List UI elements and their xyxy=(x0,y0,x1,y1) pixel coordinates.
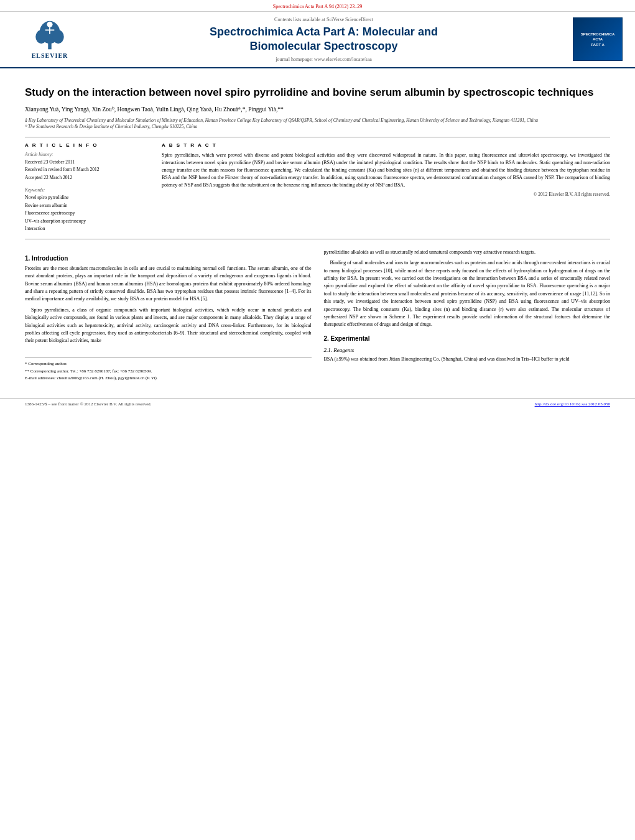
paper-content: Study on the interaction between novel s… xyxy=(0,68,635,392)
elsevier-tree-icon xyxy=(31,20,68,51)
divider-1 xyxy=(25,137,610,137)
accepted-date: Accepted 22 March 2012 xyxy=(25,175,149,182)
keyword-1: Novel spiro pyrrolidine xyxy=(25,195,149,201)
keyword-5: Interaction xyxy=(25,226,149,233)
article-info-abstract: A R T I C L E I N F O Article history: R… xyxy=(25,142,610,234)
body-col-left: 1. Introduction Proteins are the most ab… xyxy=(25,249,312,383)
page-wrapper: Spectrochimica Acta Part A 94 (2012) 23–… xyxy=(0,0,635,840)
paper-title: Study on the interaction between novel s… xyxy=(25,85,610,100)
bottom-bar: 1386-1425/$ – see front matter © 2012 El… xyxy=(0,399,635,409)
revised-date: Received in revised form 8 March 2012 xyxy=(25,167,149,173)
affiliation-a: à Key Laboratory of Theoretical Chemistr… xyxy=(25,118,610,124)
journal-title: Spectrochimica Acta Part A: Molecular an… xyxy=(87,25,560,54)
article-info-label: A R T I C L E I N F O xyxy=(25,142,149,148)
intro-right-p2: Binding of small molecules and ions to l… xyxy=(324,259,611,329)
reagents-p1: BSA (≥99%) was obtained from Jitian Bioe… xyxy=(324,356,611,363)
elsevier-logo-area: ELSEVIER xyxy=(12,20,87,59)
keywords-label: Keywords: xyxy=(25,187,149,193)
journal-citation: Spectrochimica Acta Part A 94 (2012) 23–… xyxy=(273,4,363,9)
sciverse-line: Contents lists available at SciVerse Sci… xyxy=(87,17,560,22)
intro-p1: Proteins are the most abundant macromole… xyxy=(25,265,312,303)
journal-logo-text: SPECTROCHIMICAACTAPART A xyxy=(581,32,615,47)
svg-point-2 xyxy=(35,30,47,44)
journal-logo-box: SPECTROCHIMICAACTAPART A xyxy=(573,17,623,61)
experimental-heading: 2. Experimental xyxy=(324,335,611,342)
keyword-4: UV–vis absorption spectroscopy xyxy=(25,218,149,225)
elsevier-logo: ELSEVIER xyxy=(12,20,87,59)
footnotes-area: * Corresponding author. ** Corresponding… xyxy=(25,358,312,382)
body-col-right: pyrrolizidine alkaloids as well as struc… xyxy=(324,249,611,383)
doi-link[interactable]: http://dx.doi.org/10.1016/j.saa.2012.03.… xyxy=(535,402,610,407)
reagents-text: BSA (≥99%) was obtained from Jitian Bioe… xyxy=(324,356,611,363)
keyword-3: Fluorescence spectroscopy xyxy=(25,210,149,217)
issn-line: 1386-1425/$ – see front matter © 2012 El… xyxy=(25,402,152,407)
divider-2 xyxy=(25,239,610,239)
keywords-section: Keywords: Novel spiro pyrrolidine Bovine… xyxy=(25,187,149,233)
intro-right-p1: pyrrolizidine alkaloids as well as struc… xyxy=(324,249,611,256)
affiliations: à Key Laboratory of Theoretical Chemistr… xyxy=(25,118,610,131)
intro-body-right: pyrrolizidine alkaloids as well as struc… xyxy=(324,249,611,329)
journal-header-right: SPECTROCHIMICAACTAPART A xyxy=(560,17,623,61)
history-label: Article history: xyxy=(25,152,149,157)
received-date: Received 23 October 2011 xyxy=(25,159,149,166)
abstract-col: A B S T R A C T Spiro pyrrolidines, whic… xyxy=(162,142,610,234)
intro-p2: Spiro pyrrolidines, a class of organic c… xyxy=(25,307,312,345)
affiliation-b: ᵇ The Southwest Research & Design Instit… xyxy=(25,124,610,131)
doi-line[interactable]: http://dx.doi.org/10.1016/j.saa.2012.03.… xyxy=(535,402,610,407)
svg-point-3 xyxy=(53,30,64,44)
abstract-text: Spiro pyrrolidines, which were proved wi… xyxy=(162,152,610,189)
keyword-2: Bovine serum albumin xyxy=(25,203,149,210)
footnote-double-star: ** Corresponding author. Tel.: +86 732 8… xyxy=(25,369,312,375)
authors: Xianyong Yuà, Ying Yangà, Xin Zouᵇ, Hong… xyxy=(25,105,610,114)
journal-header: ELSEVIER Contents lists available at Sci… xyxy=(0,12,635,68)
abstract-label: A B S T R A C T xyxy=(162,142,610,148)
copyright-line: © 2012 Elsevier B.V. All rights reserved… xyxy=(162,192,610,197)
footnote-email: E-mail addresses: zhouhu2006@163.com (H.… xyxy=(25,376,312,382)
intro-body-left: Proteins are the most abundant macromole… xyxy=(25,265,312,345)
footnote-star: * Corresponding author. xyxy=(25,361,312,367)
journal-header-center: Contents lists available at SciVerse Sci… xyxy=(87,17,560,62)
intro-heading: 1. Introduction xyxy=(25,255,312,262)
journal-homepage: journal homepage: www.elsevier.com/locat… xyxy=(87,57,560,62)
journal-top-bar: Spectrochimica Acta Part A 94 (2012) 23–… xyxy=(0,0,635,12)
body-two-col: 1. Introduction Proteins are the most ab… xyxy=(25,249,610,383)
svg-point-4 xyxy=(47,22,52,27)
article-info-col: A R T I C L E I N F O Article history: R… xyxy=(25,142,149,234)
elsevier-brand: ELSEVIER xyxy=(32,52,68,59)
reagents-heading: 2.1. Reagents xyxy=(324,347,611,353)
